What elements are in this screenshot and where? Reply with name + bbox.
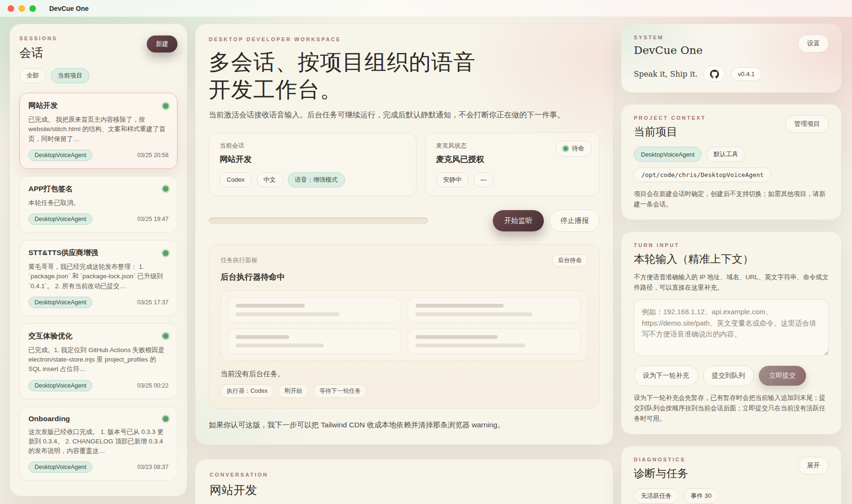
submit-to-queue-button[interactable]: 提交到队列 <box>703 365 754 386</box>
project-chips: DesktopVoiceAgent默认工具 <box>634 147 829 162</box>
task-panel-badge: 后台待命 <box>552 254 588 267</box>
skeleton-bar <box>416 344 525 347</box>
conversation-title: 网站开发 <box>210 482 599 498</box>
workspace-title: 多会话、按项目组织的语音 开发工作台。 <box>209 49 600 104</box>
skeleton-bar <box>416 312 532 316</box>
workspace-subtitle: 当前激活会话接收语音输入。后台任务可继续运行，完成后默认静默通知，不会打断你正在… <box>209 110 600 120</box>
status-grid: 当前会话 网站开发 Codex中文语音：增强模式 待命 麦克风状态 麦克风已授权… <box>209 133 600 196</box>
chip: 安静中 <box>436 172 469 187</box>
session-list: 网站开发 已完成。 我把原来首页主内容移除了，按 website/stitch.… <box>19 93 178 481</box>
session-agent-chip: DesktopVoiceAgent <box>28 461 92 473</box>
github-icon[interactable] <box>703 66 725 82</box>
sessions-title: 会话 <box>19 45 57 61</box>
system-kicker: SYSTEM <box>634 35 703 40</box>
session-status-dot-icon <box>163 250 169 256</box>
project-note: 项目会在新建会话时确定，创建后不支持切换；如需其他项目，请新建一条会话。 <box>634 189 829 209</box>
chip: 默认工具 <box>706 147 745 162</box>
session-card[interactable]: APP打包签名 本轮任务已取消。 DesktopVoiceAgent 03/25… <box>19 176 178 233</box>
session-time: 03/25 20:58 <box>137 152 169 159</box>
sessions-panel-header: SESSIONS 会话 新建 <box>19 35 178 61</box>
workspace-card: DESKTOP DEVELOPER WORKSPACE 多会话、按项目组织的语音… <box>195 24 613 445</box>
chip: Codex <box>220 172 252 187</box>
project-title: 当前项目 <box>634 124 706 139</box>
app-window: DevCue One SESSIONS 会话 新建 全部当前项目 网站开发 已完… <box>0 0 852 504</box>
skeleton-card <box>228 328 401 354</box>
session-agent-chip: DesktopVoiceAgent <box>28 297 92 308</box>
chip: 事件 30 <box>683 488 719 504</box>
new-session-button[interactable]: 新建 <box>147 35 178 53</box>
session-preview: 已完成。 我把原来首页主内容移除了，按 website/stitch.html … <box>28 115 169 144</box>
turn-input-title: 本轮输入（精准上下文） <box>634 252 829 266</box>
submit-now-button[interactable]: 立即提交 <box>759 366 806 386</box>
session-status-dot-icon <box>163 186 169 192</box>
project-path: /opt/code/chris/DesktopVoiceAgent <box>634 168 771 182</box>
session-title: APP打包签名 <box>28 184 73 194</box>
close-window-button[interactable] <box>8 5 14 12</box>
chip: 等待下一轮任务 <box>313 384 367 398</box>
session-time: 03/23 08:37 <box>137 464 169 470</box>
expand-diagnostics-button[interactable]: 展开 <box>798 457 829 475</box>
current-session-value: 网站开发 <box>220 154 406 165</box>
sessions-kicker: SESSIONS <box>19 35 57 41</box>
current-session-card: 当前会话 网站开发 Codex中文语音：增强模式 <box>209 133 417 196</box>
filter-chip[interactable]: 全部 <box>19 68 46 83</box>
skeleton-bar <box>236 304 305 308</box>
zoom-window-button[interactable] <box>29 5 36 12</box>
session-card[interactable]: 网站开发 已完成。 我把原来首页主内容移除了，按 website/stitch.… <box>19 93 178 169</box>
turn-input-kicker: TURN INPUT <box>634 242 829 248</box>
minimize-window-button[interactable] <box>18 5 25 12</box>
diagnostics-chips: 无活跃任务事件 30 <box>634 488 829 504</box>
chip: 刚开始 <box>278 384 309 398</box>
task-panel-heading: 后台执行器待命中 <box>221 272 588 283</box>
session-title: 网站开发 <box>28 101 58 111</box>
titlebar: DevCue One <box>0 0 852 17</box>
stop-playback-button[interactable]: 停止播报 <box>550 210 600 232</box>
conversation-card: CONVERSATION 网站开发 Agent · 03/25 20:58 已完… <box>195 459 613 504</box>
standby-badge: 待命 <box>556 141 592 157</box>
system-card: SYSTEM DevCue One 设置 Speak it, Ship it. … <box>621 24 842 93</box>
turn-input-card: TURN INPUT 本轮输入（精准上下文） 不方便语音准确输入的 IP 地址、… <box>621 231 842 434</box>
chip: 语音：增强模式 <box>288 172 345 187</box>
skeleton-bar <box>416 304 504 308</box>
task-panel-label: 任务执行面板 <box>221 256 257 265</box>
session-status-dot-icon <box>163 333 169 339</box>
current-session-chips: Codex中文语音：增强模式 <box>220 172 406 187</box>
session-status-dot-icon <box>163 416 169 422</box>
diagnostics-title: 诊断与任务 <box>634 466 688 481</box>
session-agent-chip: DesktopVoiceAgent <box>28 213 92 225</box>
settings-button[interactable]: 设置 <box>798 35 829 53</box>
standby-label: 待命 <box>572 144 584 153</box>
filter-chip[interactable]: 当前项目 <box>51 68 89 83</box>
turn-input-textarea[interactable] <box>634 299 829 356</box>
system-tagline: Speak it, Ship it. <box>634 70 698 79</box>
chip: DesktopVoiceAgent <box>634 147 701 162</box>
stash-next-turn-button[interactable]: 设为下一轮补充 <box>634 365 698 386</box>
session-time: 03/25 19:47 <box>137 216 169 222</box>
voice-level-bar <box>209 217 428 224</box>
task-empty-text: 当前没有后台任务。 <box>221 370 588 379</box>
skeleton-bar <box>236 335 289 339</box>
chip: 执行器：Codex <box>221 384 274 398</box>
task-chips: 执行器：Codex刚开始等待下一轮任务 <box>221 384 588 398</box>
project-context-card: PROJECT CONTEXT 当前项目 管理项目 DesktopVoiceAg… <box>621 104 842 220</box>
window-controls <box>8 5 36 12</box>
session-card[interactable]: 交互体验优化 已完成。1. 我定位到 GitHub Actions 失败根因是 … <box>19 323 178 399</box>
system-meta-row: Speak it, Ship it. v0.4.1 <box>634 66 829 82</box>
manage-projects-button[interactable]: 管理项目 <box>785 115 829 133</box>
chip: — <box>473 172 494 187</box>
session-title: Onboarding <box>28 415 70 423</box>
mic-status-card: 待命 麦克风状态 麦克风已授权 安静中— <box>425 133 600 196</box>
session-card[interactable]: Onboarding 这次发版已经收口完成。 1. 版本号已从 0.3.3 更新… <box>19 407 178 481</box>
task-panel: 任务执行面板 后台待命 后台执行器待命中 <box>209 244 600 409</box>
session-preview: 已完成。1. 我定位到 GitHub Actions 失败根因是 electro… <box>28 345 169 374</box>
session-card[interactable]: STT&TTS供应商增强 黄毛哥哥，我已经完成这轮发布整理： 1. `packa… <box>19 240 178 316</box>
session-time: 03/25 00:22 <box>137 382 169 389</box>
skeleton-bar <box>236 312 339 316</box>
project-kicker: PROJECT CONTEXT <box>634 115 706 121</box>
task-skeleton <box>221 290 588 361</box>
turn-input-helper: 设为下一轮补充会先暂存，已有暂存时会把当前输入追加到末尾；提交到队列会按顺序挂到… <box>634 393 829 424</box>
skeleton-bar <box>416 335 497 339</box>
start-listening-button[interactable]: 开始监听 <box>493 210 544 231</box>
skeleton-card <box>228 297 401 323</box>
skeleton-card <box>408 297 581 323</box>
